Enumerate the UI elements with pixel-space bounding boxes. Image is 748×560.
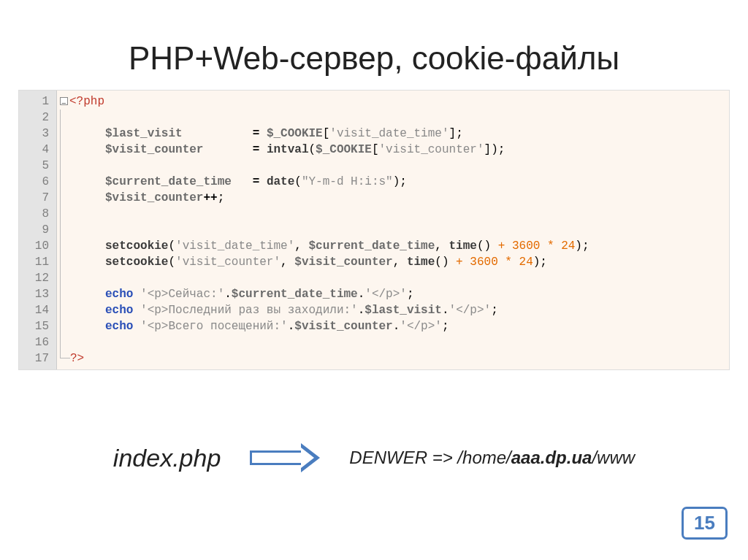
line-number: 16 xyxy=(23,334,49,350)
code-area: <?php $last_visit = $_COOKIE['visit_date… xyxy=(57,91,729,369)
line-number: 12 xyxy=(23,270,49,286)
slide-title: PHP+Web-сервер, cookie-файлы xyxy=(0,0,748,90)
operator: ++ xyxy=(203,191,217,204)
expr: + 3600 * 24 xyxy=(491,239,575,253)
global-var: $_COOKIE xyxy=(267,127,323,140)
func: setcookie xyxy=(105,256,168,269)
var: $visit_counter xyxy=(105,143,203,156)
denwer-domain: aaa.dp.ua xyxy=(511,448,592,467)
line-number: 9 xyxy=(23,222,49,238)
php-open-tag: <?php xyxy=(69,95,104,108)
php-close-tag: ?> xyxy=(70,352,84,365)
string: '</p>' xyxy=(400,320,442,333)
func: setcookie xyxy=(105,239,168,253)
denwer-prefix: DENWER => /home/ xyxy=(349,448,511,467)
var: $visit_counter xyxy=(105,191,203,204)
var: $last_visit xyxy=(105,127,183,140)
line-number: 8 xyxy=(23,206,49,222)
global-var: $_COOKIE xyxy=(316,143,372,156)
line-number: 4 xyxy=(23,142,49,158)
keyword: echo xyxy=(105,288,133,301)
string: "Y-m-d H:i:s" xyxy=(302,175,393,188)
func: date xyxy=(267,175,294,188)
filename-label: index.php xyxy=(113,444,221,472)
var: $current_date_time xyxy=(308,239,435,253)
string: '</p>' xyxy=(449,304,492,317)
line-number: 14 xyxy=(23,302,49,318)
code-editor: 1 2 3 4 5 6 7 8 9 10 11 12 13 14 15 16 1… xyxy=(18,90,730,370)
string: 'visit_counter' xyxy=(379,143,484,156)
line-number: 15 xyxy=(23,318,49,334)
line-number: 7 xyxy=(23,190,49,206)
func: intval xyxy=(267,143,309,156)
expr: + 3600 * 24 xyxy=(449,256,533,269)
line-number-gutter: 1 2 3 4 5 6 7 8 9 10 11 12 13 14 15 16 1… xyxy=(19,91,57,369)
line-number: 11 xyxy=(23,254,49,270)
keyword: echo xyxy=(105,320,133,333)
var: $last_visit xyxy=(365,304,442,317)
string: '<p>Последний раз вы заходили:' xyxy=(140,304,358,317)
func: time xyxy=(407,256,435,269)
denwer-path: DENWER => /home/aaa.dp.ua/www xyxy=(349,448,635,468)
line-number: 3 xyxy=(23,126,49,142)
keyword: echo xyxy=(105,304,133,317)
string: 'visit_date_time' xyxy=(175,239,294,253)
var: $visit_counter xyxy=(294,256,392,269)
string: 'visit_counter' xyxy=(175,256,280,269)
line-number: 6 xyxy=(23,174,49,190)
footer-row: index.php DENWER => /home/aaa.dp.ua/www xyxy=(0,443,748,472)
line-number: 2 xyxy=(23,110,49,126)
string: '<p>Сейчас:' xyxy=(140,288,224,301)
var: $current_date_time xyxy=(232,288,358,301)
string: '<p>Всего посещений:' xyxy=(140,320,288,333)
line-number: 17 xyxy=(23,350,49,367)
line-number: 5 xyxy=(23,158,49,174)
string: 'visit_date_time' xyxy=(329,127,449,140)
func: time xyxy=(449,239,477,253)
page-number: 15 xyxy=(682,507,728,540)
line-number: 1 xyxy=(23,93,49,110)
line-number: 10 xyxy=(23,238,49,254)
fold-icon xyxy=(60,97,68,105)
line-number: 13 xyxy=(23,286,49,302)
arrow-icon xyxy=(250,443,320,472)
string: '</p>' xyxy=(365,288,407,301)
var: $current_date_time xyxy=(105,175,232,188)
var: $visit_counter xyxy=(294,320,392,333)
denwer-suffix: /www xyxy=(592,448,635,467)
